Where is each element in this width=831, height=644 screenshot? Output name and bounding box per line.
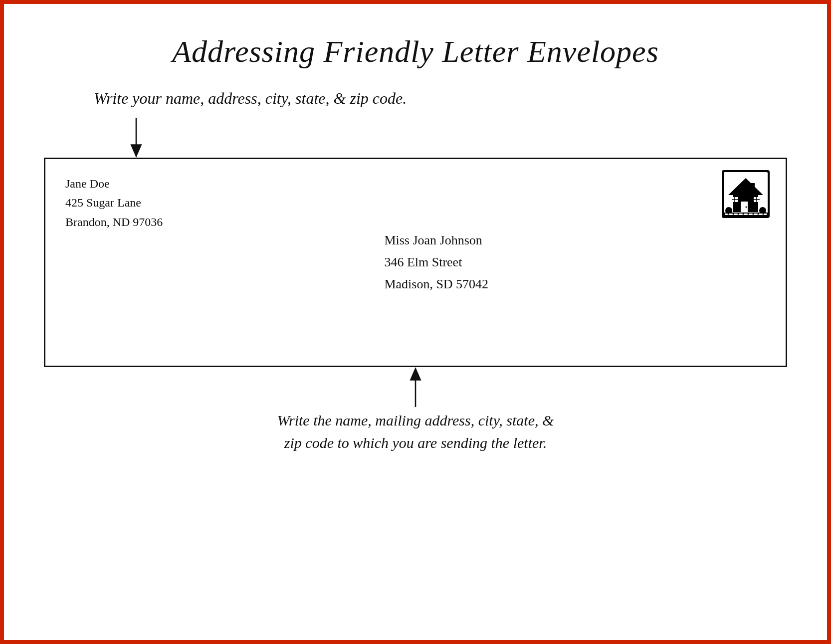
svg-point-21 bbox=[728, 214, 729, 215]
recipient-name: Miss Joan Johnson bbox=[384, 229, 488, 251]
svg-rect-6 bbox=[751, 183, 755, 192]
svg-point-23 bbox=[738, 214, 739, 215]
return-city-state-zip: Brandon, ND 97036 bbox=[65, 213, 163, 231]
return-name: Jane Doe bbox=[65, 174, 163, 193]
stamp-area bbox=[721, 169, 771, 219]
bottom-instruction-text: Write the name, mailing address, city, s… bbox=[44, 409, 787, 454]
svg-point-27 bbox=[758, 214, 759, 215]
top-instruction-area: Write your name, address, city, state, &… bbox=[94, 89, 787, 113]
svg-marker-1 bbox=[130, 144, 142, 158]
page-container: Addressing Friendly Letter Envelopes Wri… bbox=[4, 4, 827, 640]
envelope: Jane Doe 425 Sugar Lane Brandon, ND 9703… bbox=[44, 158, 787, 367]
recipient-address: Miss Joan Johnson 346 Elm Street Madison… bbox=[384, 229, 488, 296]
bottom-instruction-line2: zip code to which you are sending the le… bbox=[284, 434, 547, 451]
recipient-street: 346 Elm Street bbox=[384, 251, 488, 273]
svg-point-24 bbox=[743, 214, 744, 215]
bottom-instruction-area: Write the name, mailing address, city, s… bbox=[44, 409, 787, 454]
house-stamp-icon bbox=[721, 169, 771, 219]
page-title: Addressing Friendly Letter Envelopes bbox=[44, 34, 787, 69]
svg-point-25 bbox=[748, 214, 749, 215]
recipient-city-state-zip: Madison, SD 57042 bbox=[384, 273, 488, 295]
svg-point-22 bbox=[733, 214, 734, 215]
svg-rect-20 bbox=[725, 214, 767, 215]
arrow-down-icon bbox=[129, 118, 144, 158]
svg-point-26 bbox=[753, 214, 754, 215]
top-instruction-text: Write your name, address, city, state, &… bbox=[94, 89, 407, 108]
arrow-down-container bbox=[129, 118, 787, 158]
bottom-arrow-container bbox=[44, 367, 787, 407]
arrow-up-icon bbox=[408, 367, 423, 407]
svg-marker-30 bbox=[410, 367, 421, 381]
bottom-instruction-line1: Write the name, mailing address, city, s… bbox=[277, 412, 554, 429]
svg-point-14 bbox=[746, 207, 747, 208]
svg-point-28 bbox=[763, 214, 764, 215]
return-address: Jane Doe 425 Sugar Lane Brandon, ND 9703… bbox=[65, 174, 163, 231]
return-street: 425 Sugar Lane bbox=[65, 193, 163, 212]
